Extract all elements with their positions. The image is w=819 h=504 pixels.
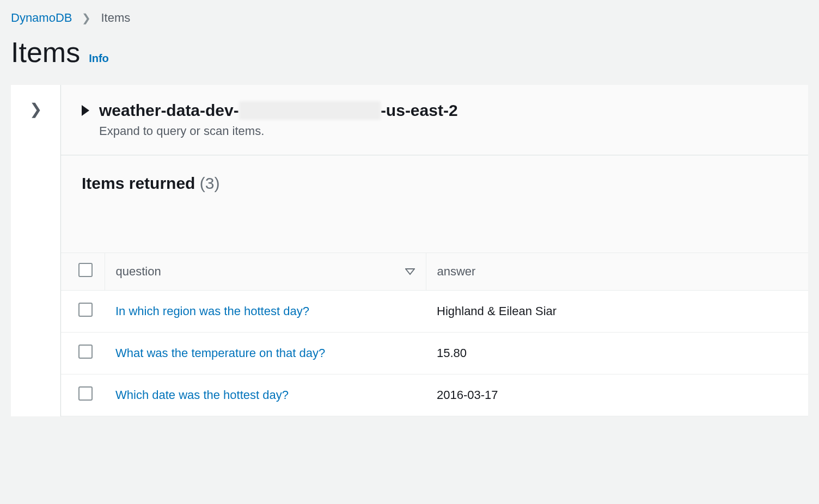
page-title-row: Items Info xyxy=(0,30,819,85)
items-returned-count: (3) xyxy=(200,174,220,192)
chevron-right-icon: ❯ xyxy=(29,100,42,416)
items-returned-title: Items returned (3) xyxy=(82,174,787,193)
breadcrumb-root-link[interactable]: DynamoDB xyxy=(11,11,72,25)
table-header-block: weather-data-dev-XXXXXXXXXXXXX-us-east-2… xyxy=(61,85,808,156)
item-question-link[interactable]: What was the temperature on that day? xyxy=(115,346,325,360)
select-all-header xyxy=(61,253,105,291)
page-title: Items xyxy=(11,36,80,69)
select-all-checkbox[interactable] xyxy=(78,263,93,277)
breadcrumb-current: Items xyxy=(101,11,130,25)
row-checkbox[interactable] xyxy=(78,303,93,317)
main-panel: ❯ weather-data-dev-XXXXXXXXXXXXX-us-east… xyxy=(11,85,808,416)
table-header-row: question answer xyxy=(61,253,808,291)
table-row: In which region was the hottest day? Hig… xyxy=(61,291,808,333)
table-name-redacted: XXXXXXXXXXXXX xyxy=(239,101,381,120)
row-checkbox[interactable] xyxy=(78,345,93,359)
results-table: question answer In which region was the … xyxy=(61,253,808,416)
expand-hint: Expand to query or scan items. xyxy=(99,124,787,138)
side-panel-toggle[interactable]: ❯ xyxy=(11,85,61,416)
svg-marker-0 xyxy=(406,269,414,274)
table-row: Which date was the hottest day? 2016-03-… xyxy=(61,374,808,416)
table-name: weather-data-dev-XXXXXXXXXXXXX-us-east-2 xyxy=(99,101,458,120)
table-name-suffix: -us-east-2 xyxy=(381,101,458,119)
item-answer: Highland & Eilean Siar xyxy=(426,291,808,333)
column-header-answer[interactable]: answer xyxy=(426,253,808,291)
item-question-link[interactable]: Which date was the hottest day? xyxy=(115,388,289,402)
item-answer: 2016-03-17 xyxy=(426,374,808,416)
table-row: What was the temperature on that day? 15… xyxy=(61,333,808,374)
info-link[interactable]: Info xyxy=(89,52,109,65)
column-header-question[interactable]: question xyxy=(105,253,426,291)
table-expand-toggle[interactable]: weather-data-dev-XXXXXXXXXXXXX-us-east-2 xyxy=(82,101,787,120)
items-returned-label: Items returned xyxy=(82,174,195,192)
column-header-question-label: question xyxy=(116,265,161,279)
table-name-prefix: weather-data-dev- xyxy=(99,101,239,119)
table-spacer xyxy=(61,204,808,253)
item-answer: 15.80 xyxy=(426,333,808,374)
sort-descending-icon xyxy=(405,265,415,279)
breadcrumb: DynamoDB ❯ Items xyxy=(0,0,819,30)
items-returned-block: Items returned (3) xyxy=(61,156,808,204)
chevron-right-icon: ❯ xyxy=(82,11,91,24)
caret-right-icon xyxy=(82,105,89,116)
row-checkbox[interactable] xyxy=(78,386,93,401)
item-question-link[interactable]: In which region was the hottest day? xyxy=(115,304,309,318)
